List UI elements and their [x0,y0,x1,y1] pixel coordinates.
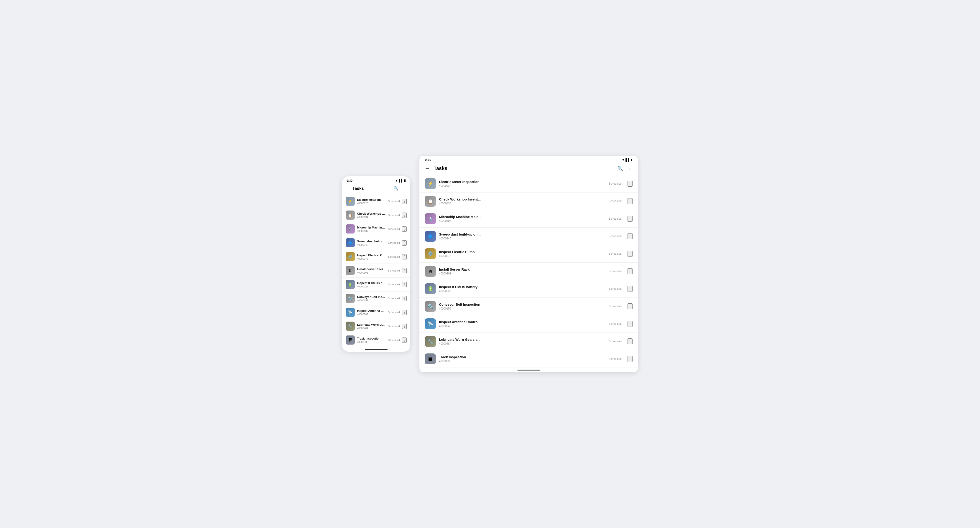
task-more-button[interactable]: ⋮ [402,310,407,315]
phone-search-button[interactable]: 🔍 [393,186,399,192]
task-info: Microchip Machine Main... 40000107 [439,215,605,223]
task-item[interactable]: 📋 Check Workshop Invent... 40000134 Sche… [342,208,410,222]
task-item[interactable]: 🔧 Lubricate Worn Gears a... 40000484 Sch… [419,333,638,350]
task-thumb-icon: 🛤 [348,338,352,342]
task-info: Check Workshop Invent... 40000134 [357,212,386,219]
task-thumb-icon: 🔬 [348,227,352,231]
task-more-button[interactable]: ⋮ [402,240,407,246]
task-item[interactable]: 🔷 Sweep dust build-up on ... 40000245 Sc… [342,236,410,250]
task-item[interactable]: 🖥 Install Server Rack 40000301 Scheduled… [342,264,410,277]
task-more-button[interactable]: ⋮ [402,254,407,260]
task-thumb-icon: 🔋 [428,286,433,292]
task-item[interactable]: ⚙️ Inspect Electric Pump 40000076 Schedu… [342,250,410,264]
task-item[interactable]: 🖥 Install Server Rack 40000301 Scheduled… [419,263,638,280]
task-info: Inspect if CMOS battery ... 40000027 [357,281,386,288]
task-status: Scheduled [609,235,622,238]
tablet-more-button[interactable]: ⋮ [627,165,633,171]
task-more-button[interactable]: ⋮ [628,198,633,204]
task-more-button[interactable]: ⋮ [628,251,633,257]
task-item[interactable]: 🔋 Inspect if CMOS battery ... 40000027 S… [419,280,638,298]
task-item[interactable]: 🔬 Microchip Machine Main... 40000107 Sch… [419,210,638,228]
task-id: 40000027 [439,290,605,293]
task-item[interactable]: 🔩 Conveyor Belt Inspection 40000159 Sche… [342,292,410,305]
task-more-button[interactable]: ⋮ [628,303,633,309]
task-more-button[interactable]: ⋮ [402,338,407,343]
task-more-button[interactable]: ⋮ [402,199,407,204]
task-id: 40000245 [439,237,605,240]
task-status: Scheduled [388,255,400,258]
task-item[interactable]: 🛤 Track Inspection 40000335 Scheduled ⋮ [342,333,410,347]
task-more-button[interactable]: ⋮ [402,296,407,301]
task-id: 40000076 [357,257,386,260]
tablet-back-button[interactable]: ← [425,165,430,171]
task-more-button[interactable]: ⋮ [628,356,633,362]
tablet-search-button[interactable]: 🔍 [617,165,624,171]
task-id: 40000159 [439,307,605,310]
task-more-button[interactable]: ⋮ [628,233,633,239]
task-status: Scheduled [609,340,622,343]
task-item[interactable]: 🔩 Conveyor Belt Inspection 40000159 Sche… [419,298,638,315]
task-id: 40000123 [357,202,386,205]
task-name: Conveyor Belt Inspection [357,295,386,299]
tablet-home-bar [517,369,540,371]
task-info: Inspect if CMOS battery ... 40000027 [439,285,605,293]
task-status: Scheduled [609,270,622,273]
phone-status-icons: ▼ ▌▌ ▮ [395,179,406,182]
task-info: Check Workshop Invent... 40000134 [439,197,605,205]
task-thumbnail: 🔬 [425,213,436,224]
task-more-button[interactable]: ⋮ [628,181,633,187]
task-more-button[interactable]: ⋮ [628,216,633,222]
task-name: Check Workshop Invent... [357,212,386,215]
task-item[interactable]: 📋 Check Workshop Invent... 40000134 Sche… [419,193,638,210]
task-more-button[interactable]: ⋮ [628,286,633,292]
task-thumbnail: 🔷 [346,238,355,247]
phone-header: ← Tasks 🔍 ⋮ [342,184,410,194]
task-item[interactable]: 📡 Inspect Antenna Control 40000249 Sched… [342,305,410,319]
task-item[interactable]: ⚡ Electric Meter Inspection 40000123 Sch… [419,175,638,193]
task-thumbnail: ⚡ [425,178,436,189]
task-status: Scheduled [609,200,622,203]
phone-more-button[interactable]: ⋮ [402,186,407,192]
task-thumb-icon: ⚙️ [428,251,433,257]
task-name: Electric Meter Inspection [357,198,386,201]
phone-header-actions: 🔍 ⋮ [393,186,407,192]
wifi-icon: ▼ [395,179,398,182]
phone-back-button[interactable]: ← [346,186,350,191]
task-item[interactable]: 🔷 Sweep dust build-up on ... 40000245 Sc… [419,228,638,245]
task-id: 40000107 [357,230,386,232]
task-thumb-icon: 🔩 [348,297,352,301]
task-more-button[interactable]: ⋮ [402,227,407,231]
task-more-button[interactable]: ⋮ [402,282,407,287]
task-info: Sweep dust build-up on ... 40000245 [357,239,386,246]
task-item[interactable]: 🔧 Lubricate Worn Gears a... 40000484 Sch… [342,319,410,333]
task-status: Scheduled [609,305,622,308]
task-id: 40000159 [357,299,386,302]
task-id: 40000107 [439,219,605,223]
task-item[interactable]: ⚙️ Inspect Electric Pump 40000076 Schedu… [419,245,638,263]
task-thumb-icon: ⚡ [428,181,433,186]
task-item[interactable]: 🛤 Track Inspection 40000335 Scheduled ⋮ [419,350,638,368]
task-more-button[interactable]: ⋮ [628,338,633,344]
task-id: 40000134 [357,216,386,219]
task-thumbnail: 🔩 [425,301,436,312]
task-more-button[interactable]: ⋮ [402,212,407,218]
task-thumb-icon: 🔩 [428,304,433,309]
task-more-button[interactable]: ⋮ [402,323,407,329]
task-more-button[interactable]: ⋮ [628,321,633,327]
task-name: Microchip Machine Main... [357,226,386,229]
task-thumb-icon: 📡 [348,310,352,314]
task-thumbnail: 📡 [425,319,436,329]
task-id: 40000076 [439,254,605,258]
task-thumb-icon: 🔷 [428,233,433,239]
task-more-button[interactable]: ⋮ [402,268,407,273]
task-status: Scheduled [388,283,400,286]
task-item[interactable]: 🔬 Microchip Machine Main... 40000107 Sch… [342,222,410,236]
task-item[interactable]: ⚡ Electric Meter Inspection 40000123 Sch… [342,194,410,208]
task-info: Install Server Rack 40000301 [357,267,386,274]
task-more-button[interactable]: ⋮ [628,268,633,274]
task-info: Inspect Antenna Control 40000249 [357,309,386,316]
task-info: Lubricate Worn Gears a... 40000484 [357,323,386,330]
task-item[interactable]: 🔋 Inspect if CMOS battery ... 40000027 S… [342,277,410,292]
task-item[interactable]: 📡 Inspect Antenna Control 40000249 Sched… [419,315,638,333]
task-thumbnail: 🛤 [346,335,355,344]
